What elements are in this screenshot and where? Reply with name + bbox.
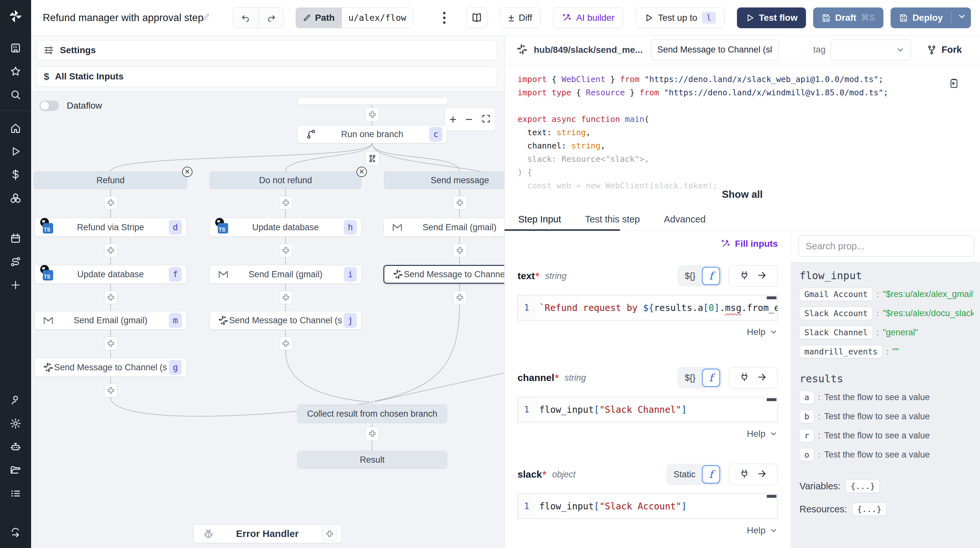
draft-button[interactable]: Draft ⌘S	[813, 8, 883, 28]
flow-canvas[interactable]: Settings $ All Static Inputs Dataflow + …	[31, 36, 504, 548]
flows-route-icon[interactable]	[6, 252, 25, 271]
insert-step-button[interactable]	[104, 384, 118, 397]
zoom-in-icon[interactable]: +	[450, 113, 457, 126]
test-up-to-button[interactable]: Test up to l	[635, 8, 724, 28]
step-node-send-slack[interactable]: Send Message to Channel (slack) g	[34, 358, 187, 377]
branch-header-do-not-refund[interactable]: Do not refund	[210, 172, 361, 189]
add-branch-button[interactable]	[365, 151, 380, 166]
insert-step-button[interactable]	[366, 427, 379, 440]
fit-view-icon[interactable]	[481, 113, 491, 126]
text-expression-editor[interactable]: 1 `Refund request by ${results.a[0].msg.…	[517, 295, 778, 320]
javascript-mode-button[interactable]: f	[702, 465, 720, 483]
ai-builder-button[interactable]: AI builder	[553, 8, 623, 28]
help-toggle[interactable]: Help	[517, 525, 778, 536]
run-one-branch-node[interactable]: Run one branch c	[297, 125, 447, 143]
result-row[interactable]: b:Test the flow to see a value	[800, 410, 974, 423]
step-node-send-email[interactable]: Send Email (gmail) i	[209, 265, 362, 284]
channel-expression-editor[interactable]: 1 flow_input["Slack Channel"]	[517, 397, 778, 422]
path-chip[interactable]: Path u/alex/flow	[296, 8, 413, 28]
flow-input-node-partial[interactable]	[298, 97, 448, 105]
flow-title[interactable]: Refund manager with approval step	[43, 12, 204, 24]
resources-cubes-icon[interactable]	[6, 188, 25, 208]
show-all-button[interactable]: Show all	[504, 189, 980, 201]
static-mode-button[interactable]: Static	[668, 470, 701, 480]
insert-step-button[interactable]	[453, 196, 467, 209]
settings-gear-icon[interactable]	[6, 414, 25, 433]
insert-step-button[interactable]	[366, 108, 379, 121]
zoom-out-icon[interactable]: −	[465, 113, 473, 126]
result-row[interactable]: a:Test the flow to see a value	[800, 391, 974, 404]
hub-script-path[interactable]: hub/849/slack/send_me...	[534, 45, 643, 55]
plug-icon[interactable]	[740, 469, 749, 480]
prop-row[interactable]: Gmail Account:"$res:u/alex/alex_gmail"	[800, 288, 974, 301]
groups-list-icon[interactable]	[6, 484, 25, 503]
branch-header-refund[interactable]: Refund	[34, 172, 187, 189]
template-mode-button[interactable]: ${}	[679, 271, 701, 281]
all-static-inputs-bar[interactable]: $ All Static Inputs	[36, 67, 497, 87]
insert-step-button[interactable]	[453, 290, 467, 304]
tab-advanced[interactable]: Advanced	[664, 214, 705, 231]
arrow-right-icon[interactable]	[757, 271, 767, 282]
insert-step-button[interactable]	[279, 290, 293, 304]
user-icon[interactable]	[6, 390, 25, 410]
copy-code-icon[interactable]	[948, 78, 959, 90]
delete-branch-icon[interactable]: ✕	[356, 167, 367, 177]
help-toggle[interactable]: Help	[517, 327, 778, 337]
insert-step-button[interactable]	[104, 244, 118, 257]
home-icon[interactable]	[6, 118, 25, 138]
prop-row[interactable]: Slack Account:"$res:u/alex/docu_slack"	[800, 307, 974, 320]
insert-step-button[interactable]	[279, 196, 293, 209]
step-node-send-slack[interactable]: Send Message to Channel (slack) j	[209, 311, 362, 330]
windmill-logo-icon[interactable]	[6, 7, 25, 25]
edit-title-pencil-icon[interactable]	[202, 13, 210, 23]
folders-icon[interactable]	[6, 460, 25, 480]
delete-branch-icon[interactable]: ✕	[182, 167, 192, 177]
add-plus-icon[interactable]	[6, 275, 25, 295]
javascript-mode-button[interactable]: f	[702, 369, 720, 387]
more-options-kebab-icon[interactable]	[436, 8, 452, 27]
diff-button[interactable]: ±Diff	[500, 8, 541, 28]
step-node-send-email[interactable]: Send Email (gmail)	[383, 218, 504, 237]
deploy-chevron-icon[interactable]	[957, 12, 966, 23]
step-node-send-slack-selected[interactable]: Send Message to Channel (slack)	[383, 265, 504, 284]
search-prop-input[interactable]	[798, 236, 974, 257]
flow-settings-bar[interactable]: Settings	[36, 40, 497, 60]
variables-dollar-icon[interactable]	[6, 165, 25, 185]
search-icon[interactable]	[6, 85, 25, 104]
fill-inputs-button[interactable]: Fill inputs	[517, 239, 778, 249]
deploy-button[interactable]: Deploy	[891, 8, 971, 28]
javascript-mode-button[interactable]: f	[702, 267, 720, 285]
step-node-refund-via-stripe[interactable]: TS Refund via Stripe d	[34, 218, 187, 237]
insert-step-button[interactable]	[104, 290, 118, 304]
schedules-calendar-icon[interactable]	[6, 229, 25, 248]
error-handler-node[interactable]: Error Handler	[193, 524, 342, 543]
arrow-right-icon[interactable]	[757, 372, 767, 383]
help-toggle[interactable]: Help	[517, 429, 778, 439]
insert-step-button[interactable]	[104, 336, 118, 350]
result-row[interactable]: o:Test the flow to see a value	[800, 448, 974, 461]
insert-step-button[interactable]	[279, 244, 293, 257]
plug-icon[interactable]	[740, 271, 749, 282]
insert-step-button[interactable]	[104, 196, 118, 209]
arrow-right-icon[interactable]	[757, 469, 767, 480]
result-row[interactable]: r:Test the flow to see a value	[800, 429, 974, 442]
path-value[interactable]: u/alex/flow	[342, 8, 413, 28]
workers-robot-icon[interactable]	[6, 437, 25, 457]
insert-step-button[interactable]	[279, 336, 293, 350]
variables-row[interactable]: Variables:{...}	[800, 480, 974, 493]
tab-test-this-step[interactable]: Test this step	[585, 214, 640, 231]
docs-book-button[interactable]	[466, 8, 487, 28]
collect-result-node[interactable]: Collect result from chosen branch	[297, 405, 447, 423]
tab-step-input[interactable]: Step Input	[518, 214, 561, 231]
resources-row[interactable]: Resources:{...}	[800, 503, 974, 516]
help-logout-icon[interactable]	[6, 523, 25, 542]
workspace-icon[interactable]	[6, 38, 25, 58]
branch-header-send-message[interactable]: Send message	[384, 172, 504, 189]
insert-step-button[interactable]	[453, 244, 467, 257]
dataflow-toggle[interactable]	[40, 100, 59, 111]
step-summary-input[interactable]	[651, 40, 779, 60]
step-node-send-email[interactable]: Send Email (gmail) m	[34, 311, 187, 330]
prop-row[interactable]: Slack Channel:"general"	[800, 326, 974, 339]
fork-button[interactable]: Fork	[926, 45, 962, 55]
favorites-star-icon[interactable]	[6, 62, 25, 81]
